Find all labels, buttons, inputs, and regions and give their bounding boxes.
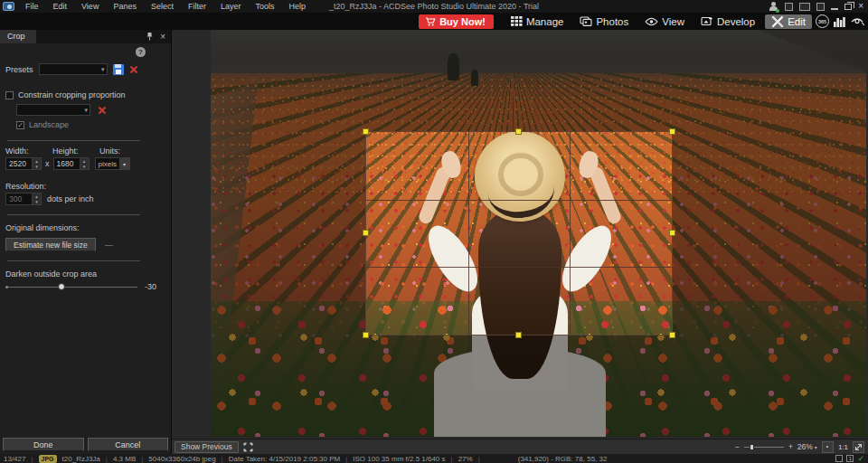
date-taken: Date Taken: 4/15/2019 2:05:30 PM (229, 455, 341, 463)
crop-handle-bottom-mid[interactable] (515, 332, 522, 338)
photo-image[interactable] (211, 30, 866, 437)
help-icon[interactable]: ? (136, 47, 146, 57)
crop-panel-tab[interactable]: Crop (0, 30, 36, 43)
show-previous-button[interactable]: Show Previous (175, 441, 239, 453)
menu-edit[interactable]: Edit (46, 0, 75, 13)
crop-handle-top-left[interactable] (363, 128, 369, 135)
divider (7, 260, 140, 261)
mode-manage[interactable]: Manage (505, 14, 571, 29)
app-logo-icon[interactable] (3, 2, 14, 11)
divider (7, 214, 140, 215)
units-label: Units: (99, 146, 120, 156)
panel-close-icon[interactable]: × (160, 32, 165, 42)
histogram-icon[interactable] (833, 16, 846, 27)
units-dropdown-arrow[interactable]: ▾ (120, 157, 130, 170)
cart-icon (425, 17, 436, 26)
file-size: 4.3 MB (113, 455, 136, 463)
restore-button[interactable] (844, 4, 852, 10)
zoom-percent-dropdown[interactable]: 26% ▾ (797, 442, 817, 451)
width-field[interactable]: 2520 ▴▾ (5, 157, 42, 170)
menu-select[interactable]: Select (144, 0, 181, 13)
zoom-slider[interactable] (744, 443, 784, 451)
view-eye-icon (645, 17, 658, 26)
menu-view[interactable]: View (74, 0, 106, 13)
menu-layer[interactable]: Layer (213, 0, 249, 13)
acdsee-window: File Edit View Panes Select Filter Layer… (0, 0, 868, 463)
menu-filter[interactable]: Filter (181, 0, 213, 13)
auto-advance-eye-icon[interactable] (850, 16, 864, 26)
minimize-button[interactable] (831, 8, 838, 10)
darken-slider-handle[interactable] (58, 283, 65, 290)
crop-handle-top-right[interactable] (669, 128, 675, 135)
done-button[interactable]: Done (3, 438, 84, 451)
layout-right-pane-icon[interactable] (816, 3, 825, 11)
pixel-rgb-info: (341,920) - RGB: 78, 55, 32 (518, 455, 608, 463)
multiply-sign: x (45, 159, 50, 168)
mode-photos[interactable]: Photos (573, 14, 635, 29)
units-dropdown[interactable]: pixels ▾ (95, 157, 130, 170)
estimate-file-size-button[interactable]: Estimate new file size (5, 238, 96, 251)
crop-handle-mid-right[interactable] (669, 230, 675, 236)
crop-handle-top-mid[interactable] (515, 128, 522, 135)
menu-help[interactable]: Help (281, 0, 313, 13)
zoom-presets-button[interactable] (822, 441, 834, 453)
layout-bottom-pane-icon[interactable] (799, 3, 810, 11)
photo-sky (211, 30, 866, 73)
cancel-button[interactable]: Cancel (88, 438, 169, 451)
chevron-down-icon: ▾ (815, 444, 817, 450)
actual-size-button[interactable]: 1:1 (838, 443, 848, 451)
pin-icon[interactable] (146, 33, 153, 41)
zoom-slider-handle[interactable] (750, 444, 754, 450)
online-status-dot (776, 9, 779, 13)
original-dimensions-label: Original dimensions: (5, 223, 80, 232)
height-field[interactable]: 1680 ▴▾ (53, 157, 90, 170)
layout-left-pane-icon[interactable] (785, 3, 793, 11)
delete-preset-icon[interactable] (129, 65, 138, 74)
menu-tools[interactable]: Tools (248, 0, 281, 13)
crop-handle-mid-left[interactable] (363, 230, 369, 236)
menu-panes[interactable]: Panes (106, 0, 144, 13)
delete-proportion-icon[interactable] (98, 106, 107, 115)
file-position: 13/427 (4, 455, 25, 463)
crop-grid-line (366, 267, 672, 268)
save-preset-icon[interactable] (113, 64, 124, 75)
proportion-dropdown[interactable]: ▾ (16, 104, 90, 116)
crop-handle-bottom-right[interactable] (669, 332, 675, 338)
constrain-checkbox[interactable] (5, 91, 14, 99)
acdsee-365-icon[interactable]: 365 (816, 14, 829, 28)
landscape-label: Landscape (29, 120, 69, 129)
crop-handle-bottom-left[interactable] (363, 332, 369, 338)
resolution-spinner[interactable]: ▴▾ (33, 193, 42, 205)
manage-grid-icon (511, 16, 523, 26)
estimate-value: — (105, 241, 113, 250)
darken-slider[interactable] (5, 283, 137, 291)
mode-toolbar: Buy Now! Manage Photos View Develop Edit (0, 13, 868, 30)
close-button[interactable]: × (858, 2, 863, 11)
sync-check-icon: ✓ (857, 455, 864, 463)
darken-value: -30 (145, 282, 156, 291)
zoom-in-button[interactable]: + (788, 442, 793, 451)
resolution-field[interactable]: 300 ▴▾ (5, 193, 42, 205)
crop-panel-header: Crop × (0, 30, 171, 43)
mode-edit[interactable]: Edit (765, 14, 812, 29)
landscape-checkbox[interactable]: ✓ (16, 121, 24, 129)
presets-dropdown[interactable]: ▾ (39, 63, 108, 75)
zoom-out-button[interactable]: − (735, 442, 740, 451)
resolution-suffix: dots per inch (47, 194, 94, 203)
presets-label: Presets (5, 65, 33, 74)
canvas-bottom-bar: Show Previous − + 26% ▾ 1:1 (172, 439, 868, 454)
photos-icon (580, 16, 592, 26)
account-icon[interactable] (769, 2, 778, 12)
fit-image-icon[interactable] (853, 441, 864, 453)
crop-grid-line (366, 200, 672, 201)
fullscreen-icon[interactable] (243, 442, 253, 452)
mode-develop[interactable]: Develop (694, 14, 761, 29)
buy-now-button[interactable]: Buy Now! (419, 14, 494, 29)
menu-file[interactable]: File (18, 0, 46, 13)
crop-selection[interactable] (365, 131, 673, 335)
mode-view[interactable]: View (638, 14, 691, 29)
divider (7, 140, 140, 141)
height-spinner[interactable]: ▴▾ (80, 157, 90, 170)
width-spinner[interactable]: ▴▾ (33, 157, 42, 170)
format-badge: JPG (39, 455, 57, 463)
